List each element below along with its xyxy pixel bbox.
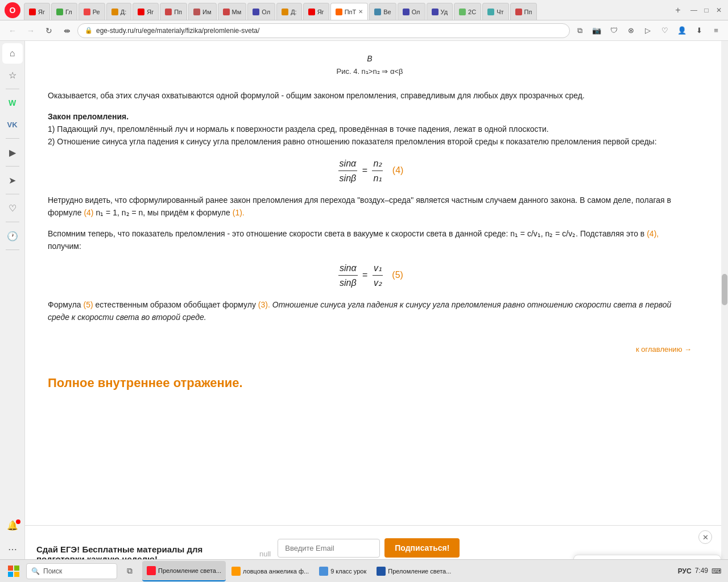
to-top-link-area: к оглавлению →	[48, 343, 692, 356]
tab-12[interactable]: Ве	[369, 3, 396, 20]
to-top-link[interactable]: к оглавлению →	[636, 345, 692, 354]
svg-rect-0	[8, 566, 13, 571]
new-tab-button[interactable]: +	[671, 3, 685, 17]
tab-17[interactable]: Пп	[510, 3, 537, 20]
sidebar: ⌂ ☆ W VK ▶ ➤ ♡ 🕐 🔔 ⋯	[0, 41, 25, 559]
tab-3[interactable]: Д:	[106, 3, 132, 20]
tab-7[interactable]: Мм	[218, 3, 247, 20]
spacer	[48, 331, 692, 343]
taskbar-app-label-1: ловцова анжелика ф...	[243, 568, 309, 575]
minimize-button[interactable]: —	[689, 6, 698, 15]
fig-b-label: B	[48, 52, 692, 65]
tab-5[interactable]: Пп	[160, 3, 187, 20]
para3-after: получим:	[48, 242, 81, 251]
tab-10[interactable]: Яг	[303, 3, 329, 20]
tab-13[interactable]: Ол	[398, 3, 425, 20]
para4-middle: естественным образом обобщает формулу	[96, 300, 258, 309]
formula-5-block: sinα sinβ = v₁ v₂ (5)	[48, 261, 692, 290]
search-icon: 🔍	[31, 567, 40, 575]
page-content: B Рис. 4. n₁>n₂ ⇒ α<β Оказывается, оба э…	[25, 41, 714, 559]
tab-9[interactable]: Д:	[276, 3, 302, 20]
opera-logo[interactable]: O	[5, 2, 20, 18]
para2-middle: n₁ = 1, n₂ = n, мы придём к формуле	[96, 208, 232, 217]
tab-11[interactable]: ПпТ✕	[330, 3, 369, 20]
back-button[interactable]: ←	[5, 23, 20, 39]
tab-4[interactable]: Яг	[133, 3, 159, 20]
tab-close-btn[interactable]: ✕	[358, 9, 363, 15]
sidebar-bookmark[interactable]: ☆	[2, 65, 23, 85]
taskbar-app-2[interactable]: 9 класс урок	[315, 561, 371, 581]
taskbar-app-0[interactable]: Преломление света...	[142, 561, 226, 581]
grid-button[interactable]: ⇼	[59, 23, 75, 39]
tab-16[interactable]: Чт	[482, 3, 508, 20]
forward-button[interactable]: →	[23, 23, 39, 39]
formula-5-ref[interactable]: (5)	[392, 270, 403, 280]
subscribe-close-button[interactable]: ✕	[698, 530, 712, 544]
start-button[interactable]	[2, 561, 25, 581]
sidebar-home[interactable]: ⌂	[2, 43, 23, 64]
tab-switcher-icon[interactable]: ⧉	[572, 23, 587, 38]
reload-button[interactable]: ↻	[41, 23, 57, 39]
para3-ref4[interactable]: (4),	[647, 229, 659, 238]
taskbar: 🔍 Поиск ⧉ Преломление света...ловцова ан…	[0, 559, 728, 582]
sidebar-divider-1	[6, 89, 19, 89]
sidebar-bell[interactable]: 🔔	[2, 517, 23, 538]
para2-ref1[interactable]: (1).	[233, 208, 245, 217]
para2-ref4[interactable]: (4)	[84, 208, 93, 217]
sidebar-send[interactable]: ➤	[2, 170, 23, 190]
scroll-thumb[interactable]	[722, 274, 727, 305]
play-icon[interactable]: ▷	[640, 23, 655, 38]
sidebar-video[interactable]: ▶	[2, 142, 23, 163]
law-item1: 1) Падающий луч, преломлённый луч и норм…	[48, 124, 549, 134]
scrollbar[interactable]	[721, 41, 728, 559]
tab-14[interactable]: Уд	[427, 3, 453, 20]
formula-4-numerator: sinα	[338, 156, 358, 172]
taskbar-app-1[interactable]: ловцова анжелика ф...	[227, 561, 313, 581]
taskbar-search[interactable]: 🔍 Поиск	[26, 563, 117, 579]
sidebar-clock[interactable]: 🕐	[2, 226, 23, 246]
heart-nav-icon[interactable]: ♡	[657, 23, 672, 38]
para-special-case: Нетрудно видеть, что сформулированный ра…	[48, 194, 692, 219]
maximize-button[interactable]: □	[702, 6, 711, 15]
tab-0[interactable]: Яг	[24, 3, 50, 20]
tab-8[interactable]: Ол	[247, 3, 275, 20]
content-area: B Рис. 4. n₁>n₂ ⇒ α<β Оказывается, оба э…	[25, 41, 721, 559]
tab-6[interactable]: Им	[188, 3, 216, 20]
email-input[interactable]	[278, 539, 380, 558]
para4-ref5[interactable]: (5)	[84, 300, 93, 309]
tab-2[interactable]: Ре	[78, 3, 105, 20]
sidebar-divider-4	[6, 194, 19, 194]
svg-rect-2	[8, 572, 13, 577]
subscribe-button[interactable]: Подписаться!	[384, 538, 460, 558]
task-view-button[interactable]: ⧉	[121, 562, 139, 580]
address-bar[interactable]: 🔒 ege-study.ru/ru/ege/materialy/fizika/p…	[77, 23, 570, 38]
tab-1[interactable]: Гл	[51, 3, 77, 20]
taskbar-app-3[interactable]: Преломление света...	[372, 561, 456, 581]
formula-5-frac2: v₁ v₂	[373, 261, 383, 290]
sidebar-heart[interactable]: ♡	[2, 198, 23, 218]
sidebar-more[interactable]: ⋯	[2, 539, 23, 559]
tabs-area: ЯгГлРеД:ЯгПпИмМмОлД:ЯгПпТ✕ВеОлУд2СЧтПп	[24, 0, 671, 20]
formula-4-ref[interactable]: (4)	[392, 165, 404, 175]
notification-area[interactable]: ⌨	[712, 567, 721, 575]
camera-icon[interactable]: 📷	[589, 23, 604, 38]
stop-icon[interactable]: ⊗	[623, 23, 638, 38]
sidebar-whatsapp[interactable]: W	[2, 93, 23, 113]
profile-icon[interactable]: 👤	[675, 23, 689, 38]
taskbar-language: РУС	[678, 567, 692, 575]
sidebar-vk[interactable]: VK	[2, 114, 23, 135]
law-item2: 2) Отношение синуса угла падения к синус…	[48, 137, 657, 146]
formula-4-frac2: n₂ n₁	[372, 156, 383, 186]
close-button[interactable]: ✕	[714, 6, 723, 15]
shield-icon[interactable]: 🛡	[606, 23, 621, 38]
formula-5-frac: sinα sinβ	[338, 261, 358, 290]
para4-ref3[interactable]: (3).	[258, 300, 270, 309]
formula-5-denominator: sinβ	[338, 276, 358, 290]
section-heading: Полное внутреннее отражение.	[48, 373, 692, 393]
subscribe-null: null	[259, 550, 271, 558]
menu-icon[interactable]: ≡	[709, 23, 723, 38]
para-generalization: Формула (5) естественным образом обобщае…	[48, 298, 692, 324]
download-icon[interactable]: ⬇	[692, 23, 706, 38]
tab-15[interactable]: 2С	[454, 3, 481, 20]
taskbar-app-label-2: 9 класс урок	[330, 568, 366, 575]
